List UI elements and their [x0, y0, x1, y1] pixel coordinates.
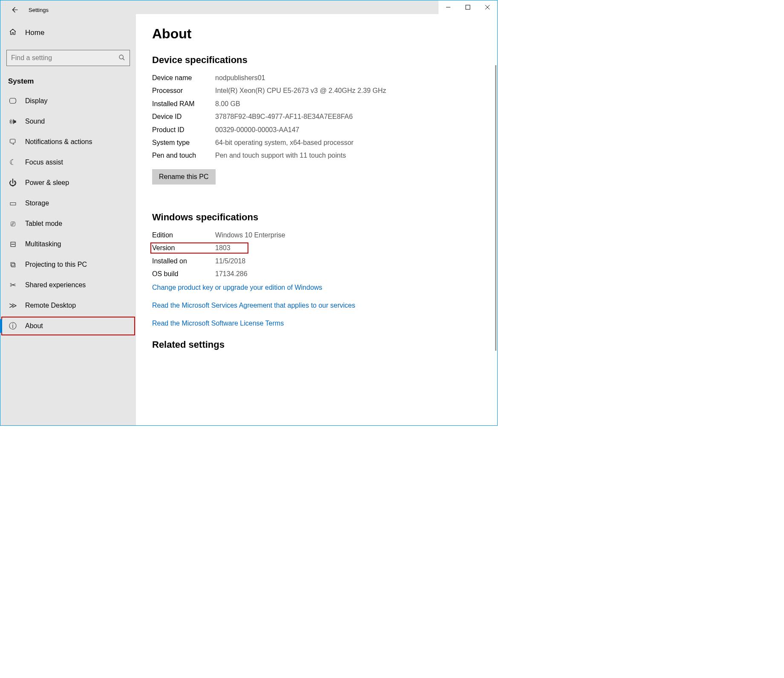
sidebar-item-label: Storage	[25, 199, 49, 207]
winspec-key: Edition	[152, 231, 215, 240]
sidebar-item-label: Sound	[25, 118, 45, 125]
windows-spec-header: Windows specifications	[152, 212, 497, 223]
sidebar-icon: 🕪	[8, 117, 17, 126]
home-button[interactable]: Home	[0, 23, 136, 43]
sidebar-icon: ☾	[8, 158, 17, 167]
sidebar-item-label: Tablet mode	[25, 220, 62, 228]
sidebar-item-label: Focus assist	[25, 159, 63, 166]
settings-link[interactable]: Read the Microsoft Software License Term…	[152, 320, 497, 327]
spec-row: Product ID00329-00000-00003-AA147	[152, 125, 497, 135]
spec-key: Installed RAM	[152, 99, 215, 109]
sidebar-icon: ▭	[8, 199, 17, 208]
sidebar-icon: ⧉	[8, 260, 17, 269]
svg-line-3	[123, 58, 124, 60]
home-label: Home	[25, 29, 44, 37]
sidebar-icon: 🗨	[8, 138, 17, 147]
sidebar-item-focus-assist[interactable]: ☾Focus assist	[0, 152, 136, 173]
sidebar-icon: ⎚	[8, 219, 17, 228]
sidebar-item-label: Display	[25, 97, 47, 105]
winspec-value: Windows 10 Enterprise	[215, 231, 285, 240]
spec-key: Device name	[152, 73, 215, 83]
sidebar-item-display[interactable]: 🖵Display	[0, 91, 136, 111]
minimize-button[interactable]	[438, 0, 458, 14]
spec-value: nodpublishers01	[215, 73, 265, 83]
sidebar-item-label: Shared experiences	[25, 281, 86, 289]
spec-key: Product ID	[152, 125, 215, 135]
search-input[interactable]	[11, 54, 118, 62]
sidebar-item-tablet-mode[interactable]: ⎚Tablet mode	[0, 213, 136, 234]
sidebar-item-about[interactable]: ⓘAbout	[0, 316, 136, 336]
spec-row: Installed RAM8.00 GB	[152, 99, 497, 109]
sidebar-item-projecting-to-this-pc[interactable]: ⧉Projecting to this PC	[0, 254, 136, 275]
spec-row: System type64-bit operating system, x64-…	[152, 138, 497, 147]
sidebar-item-storage[interactable]: ▭Storage	[0, 193, 136, 213]
spec-key: Pen and touch	[152, 151, 215, 160]
spec-value: Pen and touch support with 11 touch poin…	[215, 151, 346, 160]
spec-value: 37878F92-4B9C-4977-AF11-8E34A7EE8FA6	[215, 112, 353, 121]
winspec-key: Version	[152, 243, 215, 253]
spec-row: Device namenodpublishers01	[152, 73, 497, 83]
winspec-row: Version1803	[152, 243, 497, 253]
sidebar-icon: 🖵	[8, 97, 17, 106]
winspec-value: 17134.286	[215, 269, 248, 279]
sidebar-item-sound[interactable]: 🕪Sound	[0, 111, 136, 132]
sidebar-icon: ≫	[8, 301, 17, 310]
spec-row: ProcessorIntel(R) Xeon(R) CPU E5-2673 v3…	[152, 86, 497, 95]
sidebar: Home System 🖵Display🕪Sound🗨Notifications…	[0, 14, 136, 425]
winspec-row: EditionWindows 10 Enterprise	[152, 231, 497, 240]
spec-key: Device ID	[152, 112, 215, 121]
sidebar-item-remote-desktop[interactable]: ≫Remote Desktop	[0, 295, 136, 316]
spec-row: Pen and touchPen and touch support with …	[152, 151, 497, 160]
settings-link[interactable]: Change product key or upgrade your editi…	[152, 284, 497, 291]
sidebar-icon: ⓘ	[8, 321, 17, 331]
sidebar-item-label: Notifications & actions	[25, 138, 92, 146]
svg-point-2	[119, 55, 123, 59]
rename-pc-button[interactable]: Rename this PC	[152, 169, 216, 185]
window-title: Settings	[29, 7, 49, 13]
spec-value: 8.00 GB	[215, 99, 240, 109]
sidebar-item-shared-experiences[interactable]: ✂Shared experiences	[0, 275, 136, 295]
close-button[interactable]	[478, 0, 497, 14]
winspec-row: OS build17134.286	[152, 269, 497, 279]
sidebar-item-label: About	[25, 322, 43, 330]
sidebar-item-notifications-actions[interactable]: 🗨Notifications & actions	[0, 132, 136, 152]
titlebar: Settings	[0, 0, 497, 14]
winspec-value: 11/5/2018	[215, 257, 245, 266]
home-icon	[8, 28, 17, 38]
spec-value: Intel(R) Xeon(R) CPU E5-2673 v3 @ 2.40GH…	[215, 86, 386, 95]
spec-row: Device ID37878F92-4B9C-4977-AF11-8E34A7E…	[152, 112, 497, 121]
sidebar-item-label: Power & sleep	[25, 179, 69, 187]
spec-key: Processor	[152, 86, 215, 95]
category-header: System	[0, 70, 136, 91]
winspec-value: 1803	[215, 243, 231, 253]
device-spec-header: Device specifications	[152, 55, 497, 66]
search-box[interactable]	[6, 50, 130, 66]
related-settings-header: Related settings	[152, 339, 497, 350]
sidebar-item-multitasking[interactable]: ⊟Multitasking	[0, 234, 136, 254]
sidebar-item-label: Remote Desktop	[25, 302, 76, 309]
sidebar-item-power-sleep[interactable]: ⏻Power & sleep	[0, 173, 136, 193]
winspec-key: Installed on	[152, 257, 215, 266]
window-controls	[438, 0, 497, 14]
winspec-row: Installed on11/5/2018	[152, 257, 497, 266]
spec-value: 00329-00000-00003-AA147	[215, 125, 300, 135]
maximize-button[interactable]	[458, 0, 478, 14]
settings-link[interactable]: Read the Microsoft Services Agreement th…	[152, 302, 497, 309]
search-icon	[118, 54, 125, 62]
sidebar-icon: ⏻	[8, 179, 17, 188]
sidebar-icon: ⊟	[8, 239, 17, 249]
sidebar-item-label: Multitasking	[25, 240, 61, 248]
content-pane: About Device specifications Device namen…	[136, 14, 497, 425]
scrollbar[interactable]	[495, 65, 496, 351]
spec-key: System type	[152, 138, 215, 147]
page-title: About	[152, 26, 497, 42]
winspec-key: OS build	[152, 269, 215, 279]
sidebar-item-label: Projecting to this PC	[25, 261, 87, 268]
spec-value: 64-bit operating system, x64-based proce…	[215, 138, 354, 147]
sidebar-icon: ✂	[8, 280, 17, 290]
svg-rect-1	[466, 5, 470, 9]
